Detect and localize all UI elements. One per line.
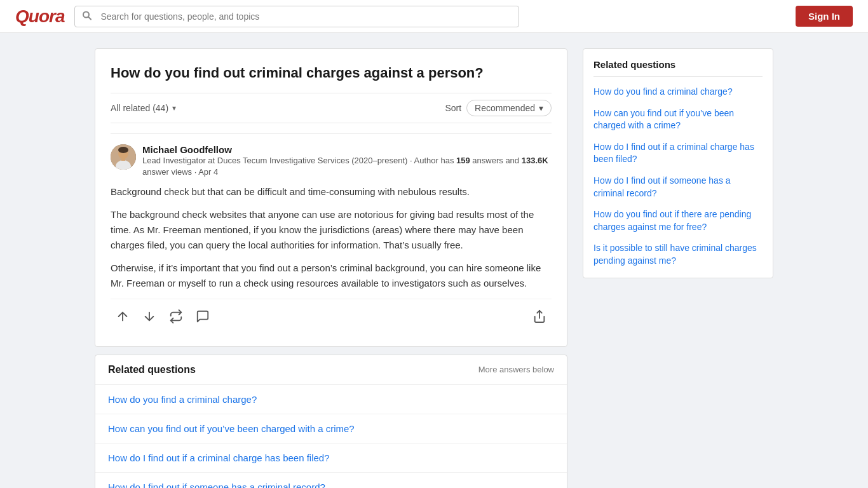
- view-count: 133.6K: [522, 156, 548, 165]
- sidebar-link[interactable]: How can you find out if you’ve been char…: [593, 108, 734, 131]
- sidebar-list-item: How can you find out if you’ve been char…: [593, 107, 763, 132]
- author-meta-text2: answers and: [470, 156, 522, 165]
- sidebar: Related questions How do you find a crim…: [583, 48, 773, 278]
- chevron-down-icon: ▾: [172, 104, 176, 112]
- author-name[interactable]: Michael Goodfellow: [142, 144, 552, 155]
- search-icon: [82, 10, 92, 22]
- sidebar-link[interactable]: How do I find out if someone has a crimi…: [593, 175, 731, 198]
- answer-paragraph-3: Otherwise, if it’s important that you fi…: [111, 261, 552, 291]
- svg-point-0: [83, 11, 89, 17]
- related-inline-link[interactable]: How do you find a criminal charge?: [108, 394, 257, 405]
- answer-count: 159: [456, 156, 470, 165]
- related-inline-link[interactable]: How do I find out if someone has a crimi…: [108, 482, 325, 488]
- author-meta: Lead Investigator at Duces Tecum Investi…: [142, 155, 552, 178]
- sidebar-list: How do you find a criminal charge?How ca…: [593, 86, 763, 268]
- svg-point-4: [118, 147, 128, 153]
- question-card: How do you find out criminal charges aga…: [95, 48, 567, 347]
- related-inline-item[interactable]: How do I find out if someone has a crimi…: [95, 473, 567, 488]
- downvote-button[interactable]: [137, 306, 161, 327]
- author-meta-text: Lead Investigator at Duces Tecum Investi…: [142, 156, 456, 165]
- sidebar-title: Related questions: [593, 59, 763, 77]
- main-content: How do you find out criminal charges aga…: [95, 48, 567, 488]
- search-input[interactable]: [74, 6, 519, 27]
- author-meta-text3: answer views · Apr 4: [142, 167, 218, 177]
- all-related-label: All related (44): [111, 103, 168, 113]
- header: Quora Sign In: [0, 0, 868, 33]
- related-inline-card: Related questions More answers below How…: [95, 355, 567, 488]
- answer-paragraph-1: Background check but that can be difficu…: [111, 184, 552, 200]
- sidebar-list-item: How do I find out if someone has a crimi…: [593, 175, 763, 200]
- sidebar-list-item: Is it possible to still have criminal ch…: [593, 242, 763, 267]
- share-icon: [532, 309, 546, 323]
- answer-text: Background check but that can be difficu…: [111, 184, 552, 291]
- action-bar: [111, 299, 552, 336]
- related-inline-item[interactable]: How can you find out if you’ve been char…: [95, 414, 567, 444]
- search-bar: [74, 6, 519, 27]
- svg-rect-6: [121, 158, 125, 161]
- author-info: Michael Goodfellow Lead Investigator at …: [142, 144, 552, 178]
- more-answers-below: More answers below: [478, 365, 554, 374]
- sort-chevron-icon: ▾: [539, 103, 543, 113]
- repost-icon: [169, 309, 183, 323]
- filter-bar: All related (44) ▾ Sort Recommended ▾: [111, 93, 552, 123]
- related-inline-title: Related questions: [108, 364, 196, 376]
- sidebar-link[interactable]: How do I find out if a criminal charge h…: [593, 142, 754, 165]
- answer-paragraph-2: The background check websites that anyon…: [111, 207, 552, 253]
- downvote-icon: [142, 309, 156, 323]
- upvote-button[interactable]: [111, 306, 135, 327]
- avatar-image: [111, 144, 136, 170]
- sort-label: Sort: [445, 103, 461, 113]
- all-related-filter[interactable]: All related (44) ▾: [111, 103, 176, 113]
- sign-in-button[interactable]: Sign In: [796, 6, 853, 27]
- sort-dropdown[interactable]: Recommended ▾: [466, 100, 552, 116]
- comment-icon: [196, 309, 210, 323]
- author-row: Michael Goodfellow Lead Investigator at …: [111, 144, 552, 178]
- header-right: Sign In: [796, 6, 853, 27]
- related-inline-list: How do you find a criminal charge?How ca…: [95, 385, 567, 488]
- comment-button[interactable]: [191, 306, 215, 327]
- related-inline-item[interactable]: How do I find out if a criminal charge h…: [95, 444, 567, 473]
- sort-value: Recommended: [475, 103, 535, 113]
- sidebar-link[interactable]: How do you find a criminal charge?: [593, 86, 733, 97]
- sort-section: Sort Recommended ▾: [445, 100, 552, 116]
- sidebar-list-item: How do you find out if there are pending…: [593, 208, 763, 233]
- sidebar-card: Related questions How do you find a crim…: [583, 48, 773, 278]
- quora-logo[interactable]: Quora: [15, 6, 64, 27]
- answer-block: Michael Goodfellow Lead Investigator at …: [111, 133, 552, 346]
- sidebar-list-item: How do you find a criminal charge?: [593, 86, 763, 98]
- sidebar-list-item: How do I find out if a criminal charge h…: [593, 141, 763, 166]
- related-inline-link[interactable]: How do I find out if a criminal charge h…: [108, 452, 330, 463]
- share-button[interactable]: [527, 306, 552, 327]
- page-wrap: How do you find out criminal charges aga…: [85, 33, 783, 488]
- question-title: How do you find out criminal charges aga…: [111, 64, 552, 83]
- sidebar-link[interactable]: How do you find out if there are pending…: [593, 209, 751, 232]
- related-inline-link[interactable]: How can you find out if you’ve been char…: [108, 423, 355, 434]
- related-inline-item[interactable]: How do you find a criminal charge?: [95, 385, 567, 414]
- related-inline-header: Related questions More answers below: [95, 355, 567, 385]
- svg-line-1: [89, 17, 92, 20]
- avatar: [111, 144, 136, 170]
- repost-button[interactable]: [164, 306, 188, 327]
- sidebar-link[interactable]: Is it possible to still have criminal ch…: [593, 243, 757, 266]
- upvote-icon: [116, 309, 130, 323]
